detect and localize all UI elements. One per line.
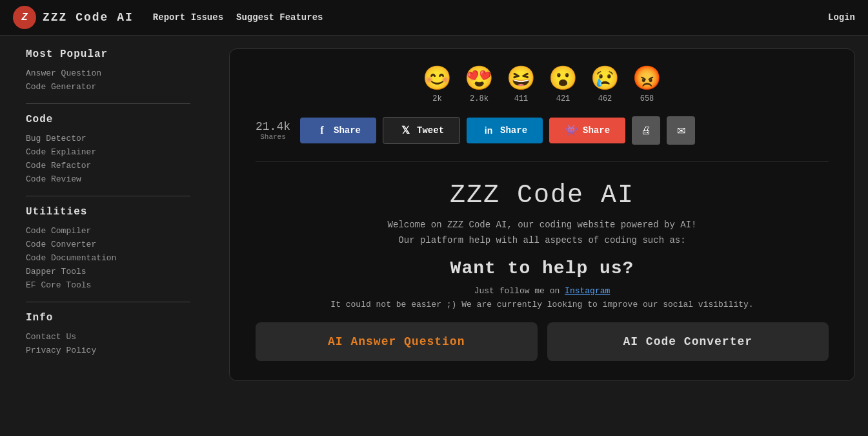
reddit-share-label: Share — [583, 125, 610, 136]
reddit-share-button[interactable]: 👾 Share — [549, 118, 625, 143]
logo-area: Z ZZZ Code AI — [13, 6, 134, 29]
twitter-share-button[interactable]: 𝕏 Tweet — [383, 117, 460, 144]
main-subtitle2: Our platform help with all aspects of co… — [256, 235, 829, 245]
nav-report-issues[interactable]: Report Issues — [153, 12, 223, 23]
heart-eyes-emoji: 😍 — [465, 68, 494, 92]
sidebar-item-code-generator[interactable]: Code Generator — [26, 80, 190, 94]
bottom-card-code-converter[interactable]: AI Code Converter — [547, 322, 829, 361]
bottom-cards: AI Answer Question AI Code Converter — [256, 322, 829, 361]
angry-count: 658 — [640, 94, 654, 103]
heart-eyes-count: 2.8k — [470, 94, 489, 103]
sidebar-title-utilities: Utilities — [26, 206, 190, 218]
linkedin-share-label: Share — [500, 125, 527, 136]
sidebar-item-code-converter[interactable]: Code Converter — [26, 238, 190, 251]
divider-1 — [26, 103, 190, 104]
share-count-block: 21.4k Shares — [256, 120, 290, 141]
sidebar-section-utilities: Utilities Code Compiler Code Converter C… — [26, 206, 190, 302]
wow-count: 421 — [556, 94, 570, 103]
sad-emoji: 😢 — [590, 68, 620, 92]
bottom-card-answer-question[interactable]: AI Answer Question — [256, 322, 538, 361]
reaction-heart-eyes[interactable]: 😍 2.8k — [465, 68, 494, 103]
linkedin-icon: in — [482, 124, 495, 137]
email-button[interactable]: ✉ — [667, 116, 695, 145]
login-button[interactable]: Login — [828, 12, 855, 23]
sidebar-item-bug-detector[interactable]: Bug Detector — [26, 132, 190, 145]
reaction-wow[interactable]: 😮 421 — [549, 68, 578, 103]
logo-icon: Z — [13, 6, 36, 29]
sidebar-item-ef-core-tools[interactable]: EF Core Tools — [26, 278, 190, 292]
happy-count: 2k — [432, 94, 441, 103]
print-icon: 🖨 — [641, 125, 651, 136]
bottom-card-title-1: AI Answer Question — [328, 335, 465, 348]
laugh-count: 411 — [514, 94, 529, 103]
happy-emoji: 😊 — [423, 68, 452, 92]
main-title: ZZZ Code AI — [256, 181, 829, 210]
sidebar-section-info: Info Contact Us Privacy Policy — [26, 312, 190, 357]
site-title: ZZZ Code AI — [43, 11, 134, 24]
layout: Most Popular Answer Question Code Genera… — [0, 36, 868, 436]
facebook-share-button[interactable]: f Share — [300, 118, 376, 143]
follow-line: Just follow me on Instagram — [256, 286, 829, 296]
twitter-share-label: Tweet — [417, 125, 444, 136]
reaction-happy[interactable]: 😊 2k — [423, 68, 452, 103]
visibility-line: It could not be easier ;) We are current… — [256, 300, 829, 309]
sidebar-item-answer-question[interactable]: Answer Question — [26, 67, 190, 80]
sidebar-item-code-refactor[interactable]: Code Refactor — [26, 159, 190, 172]
sidebar: Most Popular Answer Question Code Genera… — [0, 36, 216, 436]
share-count-number: 21.4k — [256, 120, 290, 133]
share-row: 21.4k Shares f Share 𝕏 Tweet in Share 👾 — [256, 116, 829, 161]
sad-count: 462 — [598, 94, 612, 103]
reaction-laugh[interactable]: 😆 411 — [507, 68, 536, 103]
divider-2 — [26, 196, 190, 196]
reaction-sad[interactable]: 😢 462 — [590, 68, 620, 103]
sidebar-title-code: Code — [26, 114, 190, 125]
logo-letter: Z — [21, 12, 28, 23]
sidebar-item-code-compiler[interactable]: Code Compiler — [26, 224, 190, 238]
print-button[interactable]: 🖨 — [632, 116, 660, 145]
bottom-card-title-2: AI Code Converter — [623, 335, 752, 348]
laugh-emoji: 😆 — [507, 68, 536, 92]
email-icon: ✉ — [677, 125, 685, 137]
wow-emoji: 😮 — [549, 68, 578, 92]
main-content: 😊 2k 😍 2.8k 😆 411 😮 421 😢 462 — [216, 36, 868, 436]
nav-suggest-features[interactable]: Suggest Features — [236, 12, 323, 23]
reddit-icon: 👾 — [565, 124, 578, 137]
facebook-share-label: Share — [334, 125, 361, 136]
angry-emoji: 😡 — [632, 68, 661, 92]
follow-text: Just follow me on — [474, 286, 560, 296]
reaction-angry[interactable]: 😡 658 — [632, 68, 661, 103]
share-count-label: Shares — [260, 133, 286, 141]
sidebar-section-popular: Most Popular Answer Question Code Genera… — [26, 48, 190, 104]
header: Z ZZZ Code AI Report Issues Suggest Feat… — [0, 0, 868, 36]
sidebar-item-code-explainer[interactable]: Code Explainer — [26, 145, 190, 159]
sidebar-item-code-review[interactable]: Code Review — [26, 172, 190, 186]
sidebar-title-popular: Most Popular — [26, 48, 190, 60]
instagram-link[interactable]: Instagram — [565, 286, 610, 296]
reactions-row: 😊 2k 😍 2.8k 😆 411 😮 421 😢 462 — [256, 68, 829, 103]
divider-3 — [26, 302, 190, 302]
nav-links: Report Issues Suggest Features — [153, 12, 323, 23]
sidebar-item-privacy-policy[interactable]: Privacy Policy — [26, 344, 190, 357]
sidebar-item-contact-us[interactable]: Contact Us — [26, 330, 190, 344]
main-subtitle1: Welcome on ZZZ Code AI, our coding websi… — [256, 220, 829, 230]
main-card: 😊 2k 😍 2.8k 😆 411 😮 421 😢 462 — [229, 48, 855, 381]
twitter-icon: 𝕏 — [399, 124, 412, 137]
sidebar-title-info: Info — [26, 312, 190, 324]
facebook-icon: f — [316, 124, 328, 137]
sidebar-item-dapper-tools[interactable]: Dapper Tools — [26, 265, 190, 278]
linkedin-share-button[interactable]: in Share — [467, 118, 543, 143]
want-help-title: Want to help us? — [256, 258, 829, 278]
sidebar-section-code: Code Bug Detector Code Explainer Code Re… — [26, 114, 190, 196]
sidebar-item-code-documentation[interactable]: Code Documentation — [26, 251, 190, 265]
